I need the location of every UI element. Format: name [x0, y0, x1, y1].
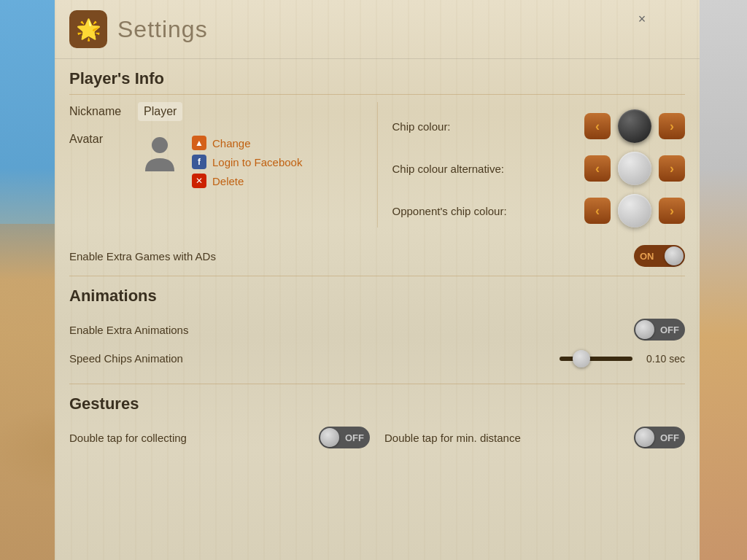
opponent-chip-row: Opponent's chip colour: ‹ ›: [392, 194, 686, 228]
chip-colour-alt-row: Chip colour alternative: ‹ ›: [392, 152, 686, 185]
enable-ads-toggle[interactable]: ON: [634, 245, 685, 267]
speed-value: 0.10 sec: [641, 353, 685, 365]
avatar-silhouette: [142, 135, 178, 175]
change-icon: ▲: [192, 136, 206, 150]
double-tap-distance-label: Double tap for min. distance: [384, 432, 521, 444]
left-strip: [0, 0, 55, 560]
double-tap-collect-toggle[interactable]: OFF: [319, 427, 370, 448]
speed-slider-track: [560, 357, 632, 361]
enable-animations-knob: [635, 320, 654, 339]
chip-colour-alt-label: Chip colour alternative:: [392, 163, 578, 175]
double-tap-distance-toggle[interactable]: OFF: [634, 427, 685, 448]
nickname-value: Player: [138, 102, 182, 121]
nickname-label: Nickname: [69, 105, 128, 118]
chip-colour-alt-prev-button[interactable]: ‹: [584, 155, 611, 182]
enable-animations-state: OFF: [660, 324, 679, 335]
double-tap-distance-item: Double tap for min. distance OFF: [384, 427, 685, 448]
gesture-row: Double tap for collecting OFF Double tap…: [69, 419, 685, 456]
avatar-row: Avatar ▲ Change f Login to Facebook: [69, 133, 363, 188]
nickname-row: Nickname Player: [69, 102, 363, 121]
enable-animations-row: Enable Extra Animations OFF: [69, 311, 685, 348]
settings-title: Settings: [117, 16, 208, 43]
players-info-content: Nickname Player Avatar ▲ Change: [55, 95, 700, 239]
close-button[interactable]: ×: [632, 9, 652, 29]
double-tap-collect-state: OFF: [345, 432, 364, 443]
delete-icon: ✕: [192, 174, 206, 188]
svg-point-0: [152, 137, 168, 153]
chip-colour-next-button[interactable]: ›: [659, 113, 685, 139]
chip-colour-row: Chip colour: ‹ ›: [392, 109, 686, 143]
avatar-actions: ▲ Change f Login to Facebook ✕ Delete: [192, 133, 302, 188]
animations-title: Animations: [55, 276, 700, 311]
chip-colour-prev-button[interactable]: ‹: [584, 113, 611, 139]
chip-colour-alt-display: [618, 152, 651, 185]
delete-action[interactable]: ✕ Delete: [192, 174, 302, 188]
players-info-left: Nickname Player Avatar ▲ Change: [69, 102, 363, 228]
delete-label: Delete: [212, 175, 244, 187]
opponent-chip-label: Opponent's chip colour:: [392, 205, 578, 217]
animations-content: Enable Extra Animations OFF Speed Chips …: [55, 311, 700, 384]
enable-ads-state: ON: [640, 251, 654, 262]
enable-ads-label: Enable Extra Games with ADs: [69, 250, 216, 262]
speed-slider-container: 0.10 sec: [560, 353, 685, 365]
opponent-chip-display: [618, 194, 651, 228]
vertical-divider: [377, 102, 378, 228]
speed-slider-thumb[interactable]: [573, 350, 590, 368]
facebook-icon: f: [192, 155, 206, 169]
change-action[interactable]: ▲ Change: [192, 136, 302, 150]
change-label: Change: [212, 137, 251, 149]
players-info-title: Player's Info: [55, 59, 700, 94]
double-tap-distance-knob: [635, 428, 654, 447]
players-info-right: Chip colour: ‹ › Chip colour alternative…: [392, 102, 686, 228]
speed-label: Speed Chips Animation: [69, 352, 183, 365]
logo-box: 🌟: [69, 10, 107, 48]
avatar-icon: [138, 133, 182, 176]
enable-ads-knob: [665, 246, 684, 265]
opponent-chip-next-button[interactable]: ›: [659, 198, 685, 224]
right-strip: [700, 0, 747, 560]
opponent-chip-prev-button[interactable]: ‹: [584, 198, 611, 224]
facebook-action[interactable]: f Login to Facebook: [192, 155, 302, 169]
enable-ads-row: Enable Extra Games with ADs ON: [55, 239, 700, 276]
enable-animations-label: Enable Extra Animations: [69, 324, 188, 336]
chip-colour-display: [618, 109, 651, 143]
speed-row: Speed Chips Animation 0.10 sec: [69, 348, 685, 372]
double-tap-collect-label: Double tap for collecting: [69, 432, 187, 444]
chip-colour-alt-next-button[interactable]: ›: [659, 155, 685, 182]
enable-animations-toggle[interactable]: OFF: [634, 319, 685, 341]
facebook-label: Login to Facebook: [212, 156, 302, 168]
avatar-label: Avatar: [69, 133, 128, 146]
settings-panel: 🌟 Settings × Player's Info Nickname Play…: [55, 0, 700, 560]
gestures-title: Gestures: [55, 384, 700, 419]
starfish-icon: 🌟: [76, 18, 101, 42]
chip-colour-label: Chip colour:: [392, 120, 578, 133]
header: 🌟 Settings: [55, 0, 700, 59]
double-tap-distance-state: OFF: [660, 432, 679, 443]
double-tap-collect-item: Double tap for collecting OFF: [69, 427, 370, 448]
double-tap-collect-knob: [320, 428, 339, 447]
gestures-content: Double tap for collecting OFF Double tap…: [55, 419, 700, 467]
